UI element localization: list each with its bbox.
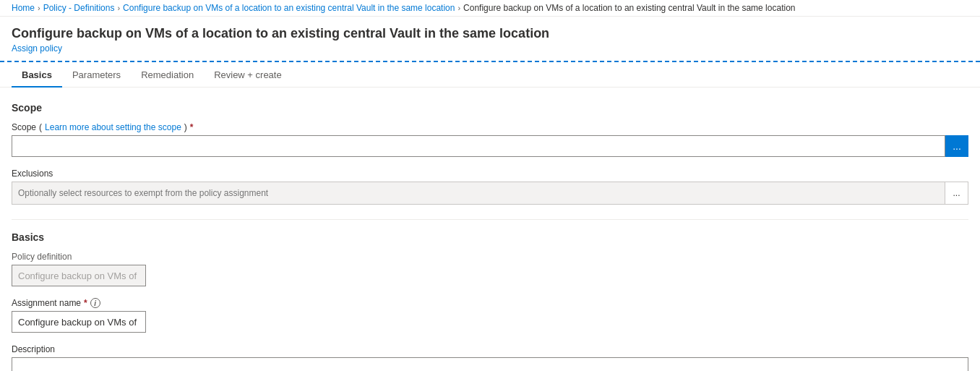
tab-remediation[interactable]: Remediation [131, 62, 204, 88]
tab-parameters[interactable]: Parameters [62, 62, 131, 88]
breadcrumb-home[interactable]: Home [12, 3, 35, 13]
basics-section: Basics Policy definition Assignment name… [12, 231, 968, 371]
assignment-name-required-star: * [84, 298, 87, 308]
exclusions-label: Exclusions [12, 169, 968, 179]
assignment-name-label-text: Assignment name [12, 298, 81, 308]
page-title: Configure backup on VMs of a location to… [12, 25, 968, 42]
page-header: Configure backup on VMs of a location to… [0, 17, 980, 62]
assignment-name-label: Assignment name * i [12, 298, 968, 308]
scope-browse-button[interactable]: ... [945, 135, 968, 157]
description-textarea[interactable] [12, 357, 968, 371]
scope-label: Scope (Learn more about setting the scop… [12, 122, 968, 132]
scope-input-row: ... [12, 135, 968, 157]
assignment-name-input[interactable] [12, 311, 146, 333]
assignment-name-info-icon[interactable]: i [90, 298, 100, 308]
scope-required-star: * [190, 122, 194, 132]
breadcrumb: Home › Policy - Definitions › Configure … [0, 0, 980, 17]
description-field-group: Description [12, 344, 968, 371]
exclusions-field-group: Exclusions ... [12, 169, 968, 205]
breadcrumb-current: Configure backup on VMs of a location to… [463, 3, 795, 13]
breadcrumb-sep-3: › [457, 4, 460, 12]
tabs-bar: Basics Parameters Remediation Review + c… [0, 62, 980, 88]
scope-label-text: Scope [12, 122, 36, 132]
policy-definition-input [12, 265, 146, 286]
tab-basics[interactable]: Basics [12, 62, 62, 88]
scope-section-title: Scope [12, 102, 968, 114]
main-content: Scope Scope (Learn more about setting th… [0, 88, 980, 371]
policy-definition-field-group: Policy definition [12, 252, 968, 286]
breadcrumb-policy-definitions[interactable]: Policy - Definitions [43, 3, 115, 13]
exclusions-input[interactable] [12, 182, 945, 205]
assignment-name-field-group: Assignment name * i [12, 298, 968, 333]
scope-input[interactable] [12, 135, 945, 157]
policy-definition-label: Policy definition [12, 252, 968, 262]
scope-learn-more-link[interactable]: Learn more about setting the scope [45, 122, 181, 132]
description-label: Description [12, 344, 968, 354]
scope-section: Scope Scope (Learn more about setting th… [12, 102, 968, 205]
exclusions-row: ... [12, 182, 968, 205]
scope-label-paren-open: ( [39, 122, 42, 132]
scope-field-group: Scope (Learn more about setting the scop… [12, 122, 968, 157]
breadcrumb-sep-2: › [117, 4, 120, 12]
breadcrumb-configure-link[interactable]: Configure backup on VMs of a location to… [123, 3, 455, 13]
scope-label-paren-close: ) [184, 122, 187, 132]
page-subtitle: Assign policy [12, 43, 968, 54]
divider-1 [12, 219, 968, 220]
exclusions-browse-button[interactable]: ... [945, 182, 968, 205]
basics-section-title: Basics [12, 231, 968, 243]
breadcrumb-sep-1: › [38, 4, 40, 12]
tab-review-create[interactable]: Review + create [204, 62, 292, 88]
